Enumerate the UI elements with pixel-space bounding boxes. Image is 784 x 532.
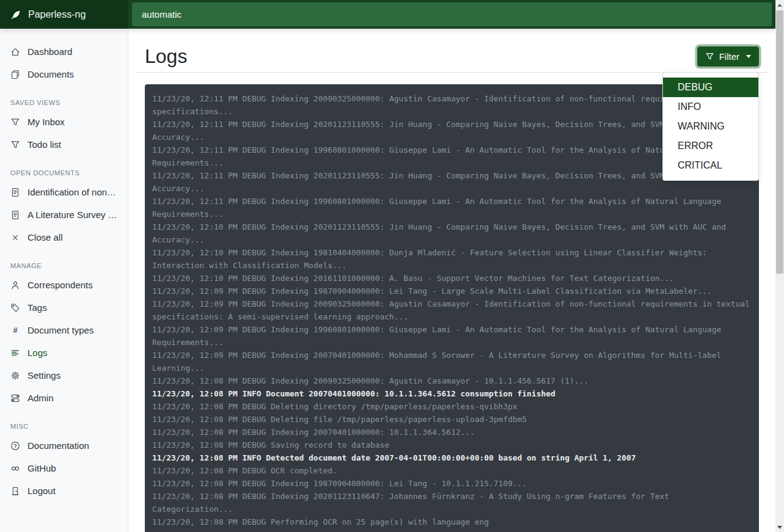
top-navbar: Paperless-ng — [0, 0, 775, 29]
scrollbar-down-arrow[interactable] — [775, 522, 784, 532]
log-entry: 11/23/20, 12:08 PM DEBUG Indexing 200903… — [152, 374, 752, 387]
search-bar — [128, 0, 775, 29]
page-scrollbar[interactable] — [775, 0, 784, 532]
main-content: Logs Filter DEBUGINFOWARNINGERRORCRITICA… — [128, 29, 775, 532]
door-icon — [10, 486, 20, 496]
sidebar-item-label: Documents — [27, 69, 74, 79]
filter-option-error[interactable]: ERROR — [663, 136, 758, 156]
log-entry: 11/23/20, 12:08 PM DEBUG Deleting direct… — [152, 400, 752, 413]
log-entry: 11/23/20, 12:09 PM DEBUG Indexing 200704… — [152, 349, 752, 374]
sidebar-item-logout[interactable]: Logout — [0, 479, 128, 502]
log-entry: 11/23/20, 12:08 PM DEBUG Deleting file /… — [152, 413, 752, 426]
sidebar-item-tags[interactable]: Tags — [0, 296, 128, 319]
app-brand[interactable]: Paperless-ng — [0, 0, 128, 29]
log-entry: 11/23/20, 12:08 PM DEBUG Performing OCR … — [152, 516, 752, 528]
file-text-icon — [10, 188, 20, 197]
log-entry: 11/23/20, 12:09 PM DEBUG Indexing 200903… — [152, 297, 752, 323]
hash-icon: # — [10, 326, 20, 335]
sidebar-section-header: OPEN DOCUMENTS — [0, 156, 128, 181]
sidebar-item-label: Logout — [27, 486, 56, 496]
sidebar-item-documentation[interactable]: ?Documentation — [0, 434, 128, 457]
log-entry: 11/23/20, 12:08 PM DEBUG Indexing 202011… — [152, 490, 752, 516]
sidebar-item-label: GitHub — [27, 463, 56, 473]
page-title: Logs — [145, 45, 187, 68]
scrollbar-up-arrow[interactable] — [775, 0, 784, 10]
funnel-icon — [10, 140, 20, 150]
filter-button-label: Filter — [719, 51, 739, 62]
filter-button[interactable]: Filter — [697, 46, 759, 67]
sidebar-item-label: Identification of non-fu... — [27, 187, 117, 197]
log-entry: 11/23/20, 12:08 PM INFO Detected documen… — [152, 451, 752, 464]
filter-dropdown-menu: DEBUGINFOWARNINGERRORCRITICAL — [662, 72, 759, 181]
sidebar: DashboardDocumentsSAVED VIEWSMy InboxTod… — [0, 29, 128, 532]
sidebar-item-logs[interactable]: Logs — [0, 341, 128, 364]
sidebar-item-label: Correspondents — [27, 280, 93, 290]
sidebar-item-label: Logs — [27, 348, 48, 358]
app-title: Paperless-ng — [28, 9, 86, 20]
filter-option-warning[interactable]: WARNING — [663, 117, 758, 136]
sidebar-item-label: Documentation — [27, 440, 89, 451]
tag-icon — [10, 303, 20, 313]
log-entry: 11/23/20, 12:08 PM INFO Document 2007040… — [152, 387, 752, 400]
sidebar-item-label: Document types — [27, 325, 93, 335]
documents-icon — [10, 70, 20, 79]
sidebar-item-label: My Inbox — [27, 117, 65, 127]
leaf-icon — [10, 9, 21, 20]
search-input[interactable] — [132, 2, 772, 26]
list-icon — [10, 348, 20, 358]
log-entry: 11/23/20, 12:09 PM DEBUG Indexing 199608… — [152, 323, 752, 349]
sidebar-item-todo-list[interactable]: Todo list — [0, 133, 128, 156]
funnel-icon — [10, 117, 20, 127]
scrollbar-thumb[interactable] — [776, 10, 783, 274]
sidebar-item-my-inbox[interactable]: My Inbox — [0, 111, 128, 133]
log-entry: 11/23/20, 12:08 PM DEBUG Indexing 200704… — [152, 426, 752, 439]
sidebar-item-label: Todo list — [27, 139, 61, 150]
link-icon — [10, 464, 20, 473]
sidebar-item-github[interactable]: GitHub — [0, 457, 128, 479]
filter-dropdown-wrap: Filter DEBUGINFOWARNINGERRORCRITICAL — [697, 46, 759, 67]
sidebar-item-documents[interactable]: Documents — [0, 63, 128, 86]
log-entry: 11/23/20, 12:11 PM DEBUG Indexing 199608… — [152, 144, 752, 169]
sidebar-item-label: Tags — [27, 302, 47, 313]
sidebar-section-header: MANAGE — [0, 249, 128, 274]
sidebar-item-admin[interactable]: Admin — [0, 387, 128, 409]
log-entry: 11/23/20, 12:10 PM DEBUG Indexing 202011… — [152, 220, 752, 246]
log-entry: 11/23/20, 12:08 PM DEBUG OCR completed. — [152, 464, 752, 477]
log-entry: 11/23/20, 12:09 PM DEBUG Indexing 198709… — [152, 285, 752, 297]
log-entry: 11/23/20, 12:11 PM DEBUG Indexing 202011… — [152, 169, 752, 195]
log-entry: 11/23/20, 12:10 PM DEBUG Indexing 198104… — [152, 246, 752, 272]
gear-icon — [10, 371, 20, 381]
page-header: Logs Filter DEBUGINFOWARNINGERRORCRITICA… — [145, 44, 759, 68]
svg-text:?: ? — [13, 443, 16, 449]
file-text-icon — [10, 210, 20, 220]
person-icon — [10, 280, 20, 290]
log-entry: 11/23/20, 12:11 PM DEBUG Indexing 200903… — [152, 92, 752, 118]
sidebar-item-label: Close all — [27, 232, 63, 242]
filter-option-critical[interactable]: CRITICAL — [663, 156, 758, 175]
sidebar-section-header: SAVED VIEWS — [0, 86, 128, 111]
sidebar-section-header: MISC — [0, 409, 128, 434]
log-entry: 11/23/20, 12:08 PM DEBUG Saving record t… — [152, 439, 752, 451]
chevron-down-icon — [746, 55, 751, 58]
toggles-icon — [10, 393, 20, 403]
sidebar-nav: DashboardDocumentsSAVED VIEWSMy InboxTod… — [0, 40, 128, 502]
sidebar-item-document-types[interactable]: #Document types — [0, 319, 128, 341]
filter-option-debug[interactable]: DEBUG — [663, 78, 758, 97]
log-entry: 11/23/20, 12:11 PM DEBUG Indexing 199608… — [152, 195, 752, 220]
funnel-icon — [705, 52, 714, 61]
sidebar-item-correspondents[interactable]: Correspondents — [0, 274, 128, 296]
sidebar-item-settings[interactable]: Settings — [0, 364, 128, 387]
sidebar-item-label: Settings — [27, 370, 60, 381]
log-entry: 11/23/20, 12:10 PM DEBUG Indexing 201611… — [152, 272, 752, 285]
sidebar-item-close-all[interactable]: Close all — [0, 226, 128, 249]
filter-option-info[interactable]: INFO — [663, 97, 758, 117]
sidebar-item-a-literature-survey-on[interactable]: A Literature Survey on ... — [0, 203, 128, 226]
sidebar-item-identification-of-non-fu[interactable]: Identification of non-fu... — [0, 181, 128, 203]
sidebar-item-dashboard[interactable]: Dashboard — [0, 40, 128, 63]
log-entry: 11/23/20, 12:11 PM DEBUG Indexing 202011… — [152, 118, 752, 144]
log-entry: 11/23/20, 12:08 PM DEBUG Indexing 198709… — [152, 477, 752, 490]
x-icon — [10, 233, 20, 242]
sidebar-item-label: Dashboard — [27, 46, 72, 57]
sidebar-item-label: A Literature Survey on ... — [27, 210, 117, 220]
sidebar-item-label: Admin — [27, 393, 54, 403]
